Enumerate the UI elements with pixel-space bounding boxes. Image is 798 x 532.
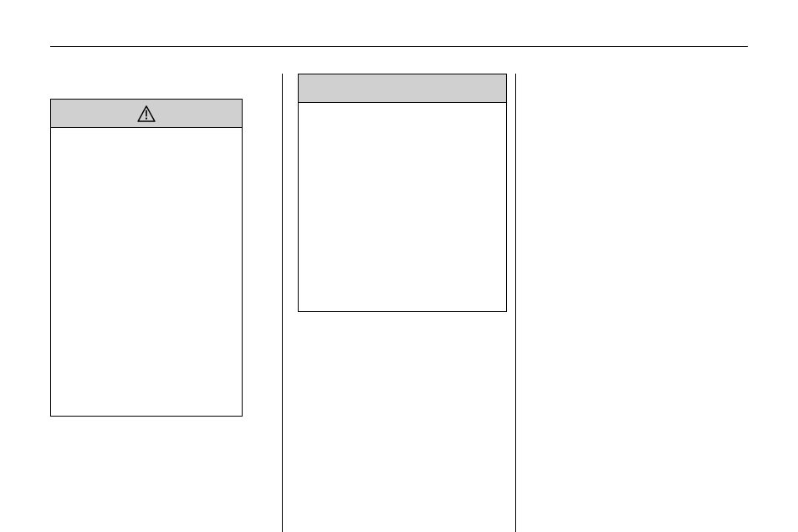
warning-box [50,99,243,417]
column-container [50,74,748,532]
column-1 [50,74,282,532]
info-box-header [299,74,506,103]
warning-box-header [51,100,242,128]
column-3 [515,74,748,532]
info-box [298,74,507,312]
svg-point-1 [146,117,147,119]
column-2 [282,74,514,532]
horizontal-rule [50,46,748,47]
warning-icon [137,105,156,122]
